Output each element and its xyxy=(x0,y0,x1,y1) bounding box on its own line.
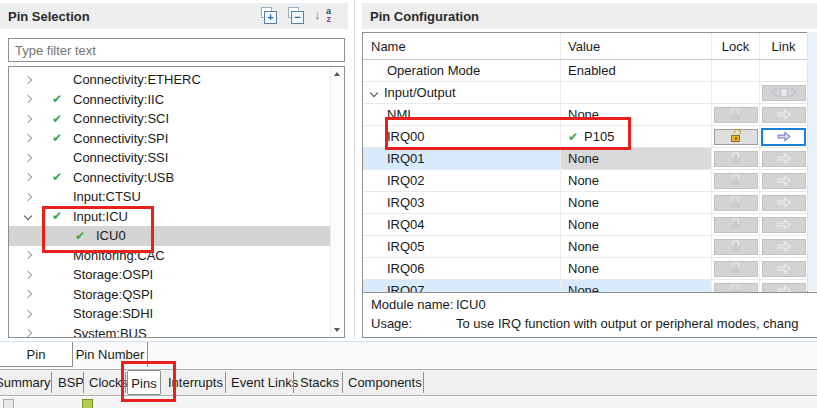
lock-button[interactable] xyxy=(714,217,758,233)
check-icon: ✔ xyxy=(568,130,578,144)
table-row-irq05[interactable]: IRQ05 None xyxy=(363,236,807,258)
link-button[interactable] xyxy=(762,217,806,233)
row-value[interactable]: ✔ P105 xyxy=(561,126,712,147)
row-value[interactable]: Enabled xyxy=(561,60,712,81)
module-info-box: Module name: ICU0 Usage: To use IRQ func… xyxy=(362,292,817,338)
link-button[interactable] xyxy=(762,151,806,167)
chevron-down-icon[interactable] xyxy=(25,213,37,219)
lock-cell xyxy=(712,126,760,147)
link-button[interactable] xyxy=(762,173,806,189)
link-cell xyxy=(760,82,807,103)
lock-button[interactable] xyxy=(714,151,758,167)
lock-icon xyxy=(731,223,740,230)
table-row-irq00[interactable]: IRQ00 ✔ P105 xyxy=(363,126,807,148)
expand-all-icon[interactable]: + xyxy=(260,7,277,24)
tree-item-icu0[interactable]: ✔ ICU0 xyxy=(9,226,331,246)
link-button[interactable] xyxy=(762,195,806,211)
pin-group-nav-button[interactable] xyxy=(762,85,806,101)
tree-item-spi[interactable]: ✔ Connectivity:SPI xyxy=(9,129,331,149)
row-value[interactable]: None xyxy=(561,192,712,213)
link-button[interactable] xyxy=(762,239,806,255)
row-value[interactable]: None xyxy=(561,236,712,257)
lock-icon xyxy=(731,245,740,252)
chevron-right-icon[interactable] xyxy=(25,252,37,258)
row-name: Operation Mode xyxy=(363,60,561,81)
tab-stacks[interactable]: Stacks xyxy=(300,370,339,395)
chevron-right-icon[interactable] xyxy=(25,135,37,141)
sort-az-icon[interactable]: ↓ a z xyxy=(314,7,332,24)
panel-sash[interactable] xyxy=(354,0,355,338)
tree-item-bus[interactable]: System:BUS xyxy=(9,324,331,339)
chevron-right-icon[interactable] xyxy=(25,96,37,102)
view-tab-bar: Pin Function Pin Number xyxy=(0,342,817,368)
tree-item-icu[interactable]: ✔ Input:ICU xyxy=(9,207,331,227)
tab-interrupts[interactable]: Interrupts xyxy=(168,370,223,395)
table-row-irq04[interactable]: IRQ04 None xyxy=(363,214,807,236)
table-row-input-output[interactable]: Input/Output xyxy=(363,82,807,104)
chevron-right-icon[interactable] xyxy=(25,291,37,297)
tree-item-ssi[interactable]: Connectivity:SSI xyxy=(9,148,331,168)
tab-clocks[interactable]: Clocks xyxy=(89,370,128,395)
table-row-irq03[interactable]: IRQ03 None xyxy=(363,192,807,214)
tree-item-qspi[interactable]: Storage:QSPI xyxy=(9,285,331,305)
tree-item-etherc[interactable]: Connectivity:ETHERC xyxy=(9,70,331,90)
chevron-down-icon[interactable] xyxy=(370,88,378,96)
tree-item-usb[interactable]: ✔ Connectivity:USB xyxy=(9,168,331,188)
lock-icon xyxy=(731,179,740,186)
table-scrollbar[interactable] xyxy=(807,32,817,291)
collapse-all-icon[interactable]: − xyxy=(287,7,304,24)
lock-button[interactable] xyxy=(714,239,758,255)
row-value[interactable]: None xyxy=(561,148,712,169)
tree-item-ctsu[interactable]: Input:CTSU xyxy=(9,187,331,207)
link-button[interactable] xyxy=(762,261,806,277)
tab-event-links[interactable]: Event Links xyxy=(231,370,298,395)
table-row-operation-mode[interactable]: Operation Mode Enabled xyxy=(363,60,807,82)
chevron-right-icon[interactable] xyxy=(25,155,37,161)
scroll-up-icon[interactable] xyxy=(334,72,340,76)
tab-bsp[interactable]: BSP xyxy=(58,370,84,395)
row-value[interactable]: None xyxy=(561,214,712,235)
tree-item-ospi[interactable]: Storage:OSPI xyxy=(9,265,331,285)
link-button[interactable] xyxy=(761,128,806,146)
tree-item-iic[interactable]: ✔ Connectivity:IIC xyxy=(9,90,331,110)
tree-item-sci[interactable]: ✔ Connectivity:SCI xyxy=(9,109,331,129)
tree-item-label: ICU0 xyxy=(96,228,126,243)
row-value[interactable]: None xyxy=(561,170,712,191)
pin-group-nav-icon xyxy=(771,87,797,98)
tree-item-cac[interactable]: Monitoring:CAC xyxy=(9,246,331,266)
chevron-right-icon[interactable] xyxy=(25,77,37,83)
lock-button[interactable] xyxy=(714,129,758,145)
chevron-right-icon[interactable] xyxy=(25,272,37,278)
chevron-right-icon[interactable] xyxy=(25,194,37,200)
tree-item-label: Connectivity:ETHERC xyxy=(73,72,201,87)
chevron-right-icon[interactable] xyxy=(25,330,37,336)
editor-tab-bar: Summary BSP Clocks Pins Interrupts Event… xyxy=(0,369,817,396)
arrow-right-icon xyxy=(777,241,791,252)
chevron-right-icon[interactable] xyxy=(25,311,37,317)
filter-input[interactable] xyxy=(9,39,344,61)
lock-button[interactable] xyxy=(714,195,758,211)
link-button[interactable] xyxy=(762,107,806,123)
tab-pin-function[interactable]: Pin Function xyxy=(0,342,73,367)
table-row-nmi[interactable]: NMI None xyxy=(363,104,807,126)
chevron-right-icon[interactable] xyxy=(25,174,37,180)
tree-scrollbar[interactable] xyxy=(330,67,344,337)
lock-button[interactable] xyxy=(714,261,758,277)
chevron-right-icon[interactable] xyxy=(25,116,37,122)
tree-item-label: Connectivity:SPI xyxy=(73,131,168,146)
lock-cell xyxy=(712,170,760,191)
table-row-irq02[interactable]: IRQ02 None xyxy=(363,170,807,192)
lock-cell xyxy=(712,236,760,257)
lock-button[interactable] xyxy=(714,173,758,189)
row-value[interactable]: None xyxy=(561,258,712,279)
table-row-irq06[interactable]: IRQ06 None xyxy=(363,258,807,280)
tab-pin-number[interactable]: Pin Number xyxy=(73,342,148,367)
tree-item-sdhi[interactable]: Storage:SDHI xyxy=(9,304,331,324)
row-value[interactable]: None xyxy=(561,104,712,125)
table-row-irq01[interactable]: IRQ01 None xyxy=(363,148,807,170)
lock-button[interactable] xyxy=(714,107,758,123)
tab-summary[interactable]: Summary xyxy=(0,370,51,395)
tab-pins[interactable]: Pins xyxy=(127,370,161,395)
scroll-down-icon[interactable] xyxy=(334,328,340,332)
tab-components[interactable]: Components xyxy=(348,370,422,395)
